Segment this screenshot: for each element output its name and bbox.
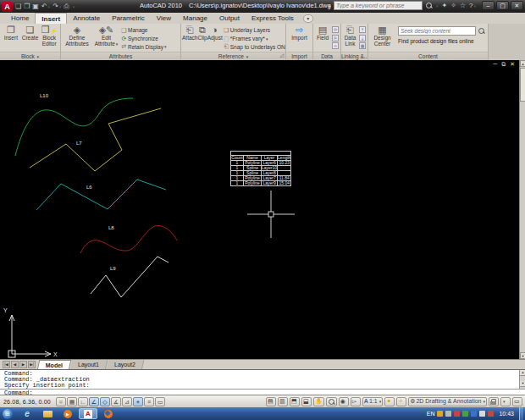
redo-icon[interactable]: ↷▾ [52,3,61,10]
tab-manage[interactable]: Manage [177,13,213,24]
reference-panel-label[interactable]: Reference ▾ ◿ [181,52,285,60]
attach-button[interactable]: ⎗ Attach [182,25,197,51]
toggle-lwt[interactable]: ≡ [144,397,154,406]
ole-object-icon[interactable]: ⎘ [332,35,339,41]
safely-remove-icon[interactable] [488,411,494,417]
edit-attribute-button[interactable]: ◈✎ Edit Attribute▾ [92,25,120,51]
first-tab-icon[interactable]: |◀ [3,361,10,368]
snap-to-underlays-button[interactable]: ⎗ Snap to Underlays ON▾ [223,42,289,51]
adjust-button[interactable]: ◑ Adjust [207,25,223,51]
toggle-grid[interactable]: ▦ [67,397,77,406]
clip-button[interactable]: ⧉ Clip [197,25,207,51]
polyline-l9[interactable] [91,257,169,297]
close-button[interactable]: ✕ [511,1,523,10]
taskbar-firefox-icon[interactable] [99,408,118,419]
save-icon[interactable]: ▣ [32,3,39,10]
quick-view-layouts-button[interactable]: ⬒ [290,397,300,406]
messenger-icon[interactable] [471,411,477,417]
spline-l10[interactable] [15,98,133,156]
search-dropdown-icon[interactable]: ▾ [436,3,439,8]
action-center-flag-icon[interactable] [454,411,460,417]
start-button[interactable]: ⊞ [3,409,13,419]
undo-icon[interactable]: ↶▾ [41,3,50,10]
insert-block-button[interactable]: ❐ Insert [1,25,21,51]
toggle-snap[interactable]: ⌗ [56,397,66,406]
tab-view[interactable]: View [151,13,177,24]
autocad-app-icon[interactable]: A [2,2,13,12]
drawing-restore-icon[interactable]: ⧉ [501,61,506,68]
block-panel-label[interactable]: Block ▾ [0,52,60,60]
qat-menu-icon[interactable]: ▾ [73,4,75,9]
showmotion-button[interactable]: ▻ [351,397,361,406]
drawing-close-icon[interactable]: ✕ [510,61,515,68]
language-indicator[interactable]: EN [427,411,435,417]
show-desktop-button[interactable] [519,407,523,420]
new-icon[interactable]: ❏ [15,3,21,10]
autoscale-button[interactable]: ✧ [396,397,406,406]
workspace-switch-button[interactable]: ⚙ 2D Drafting & Annotation ▾ [408,397,487,406]
content-panel-label[interactable]: Content [368,52,488,60]
prev-tab-icon[interactable]: ◀ [11,361,19,368]
synchronize-attributes-button[interactable]: ⟳ Synchronize [120,35,166,43]
subscription-center-icon[interactable]: ✦ [442,2,448,9]
next-tab-icon[interactable]: ▶ [19,361,27,368]
open-icon[interactable]: ❐ [24,3,30,10]
attributes-panel-label[interactable]: Attributes [61,52,180,60]
model-space-button[interactable]: ▤ [266,397,276,406]
clean-screen-button[interactable]: ▭ [512,397,522,406]
toggle-osnap[interactable]: ◇ [100,397,110,406]
taskbar-windows-explorer-icon[interactable] [38,408,57,419]
infocenter-collapse-icon[interactable]: ▸ [329,3,331,8]
import-button[interactable]: ⇨ Import [287,25,312,51]
toggle-polar[interactable]: ∠ [89,397,99,406]
drawing-area[interactable]: Y X L10L7L6L8L9 CountNameLayerLength1Pol… [0,60,519,359]
annotation-visibility-button[interactable]: ✦ [384,397,395,406]
retain-display-button[interactable]: ⇄ Retain Display▾ [120,42,166,51]
spline-l8[interactable] [80,225,177,253]
frames-vary-button[interactable]: ⬚ *Frames vary*▾ [223,35,289,43]
find-design-files-link[interactable]: Find product design files online [398,38,485,44]
tab-output[interactable]: Output [213,13,246,24]
sync-window-icon[interactable] [479,411,485,417]
manage-attributes-button[interactable]: ❑ Manage [120,26,166,35]
coordinates-readout[interactable]: 26.08, 6.36, 0.00 [0,399,52,405]
taskbar-media-player-icon[interactable]: ▶ [58,408,77,419]
define-attributes-button[interactable]: ◈ Define Attributes [62,25,92,51]
quick-view-drawings-button[interactable]: ⬓ [301,397,312,406]
printer-icon[interactable] [445,411,451,417]
upload-to-source-icon[interactable]: ⤒ [359,26,366,33]
pan-button[interactable]: ✋ [313,397,324,406]
linking-panel-label[interactable]: Linking &... [341,52,368,60]
restore-button[interactable]: ▢ [496,1,509,10]
command-scroll-down-icon[interactable]: ▼ [520,381,525,387]
scroll-up-icon[interactable]: ▲ [520,60,525,67]
create-block-button[interactable]: ❏ Create [21,25,40,51]
last-tab-icon[interactable]: ▶| [28,361,36,368]
underlay-layers-button[interactable]: ❏ Underlay Layers [223,26,289,35]
update-fields-icon[interactable]: ⟳ [332,26,339,33]
toggle-qp[interactable]: ▭ [155,397,165,406]
taskbar-autocad-icon[interactable]: A [79,408,97,419]
layout-space-button[interactable]: ▥ [278,397,288,406]
clock[interactable]: 10:43 [496,411,517,417]
taskbar-internet-explorer-icon[interactable]: e [18,408,36,419]
tab-express-tools[interactable]: Express Tools [246,13,300,24]
minimize-button[interactable]: ‒ [482,1,495,10]
plot-icon[interactable]: ⎙ [64,3,69,11]
download-from-source-icon[interactable]: ⤓ [359,35,366,41]
tab-insert[interactable]: Insert [35,13,67,24]
command-scroll-up-icon[interactable]: ▲ [520,370,525,376]
update-shield-icon[interactable] [437,411,443,417]
design-center-button[interactable]: ▦ Design Center [369,25,395,51]
tab-annotate[interactable]: Annotate [67,13,106,24]
status-bar-menu-button[interactable]: ▾ [500,397,511,406]
seek-design-content-input[interactable] [398,26,476,36]
hyperlink-icon[interactable]: ∞ [332,42,339,49]
infocenter-search-input[interactable] [334,1,423,10]
data-panel-label[interactable]: Data [313,52,340,60]
toggle-dyn[interactable]: ⌖ [133,397,143,406]
extract-data-icon[interactable]: ▦ [359,42,366,49]
command-scrollbar[interactable]: ▲ ▼ [519,370,525,389]
data-extraction-table[interactable]: CountNameLayerLength1PolylineLayer610.23… [230,151,291,186]
help-icon[interactable]: ?▾ [469,2,476,9]
